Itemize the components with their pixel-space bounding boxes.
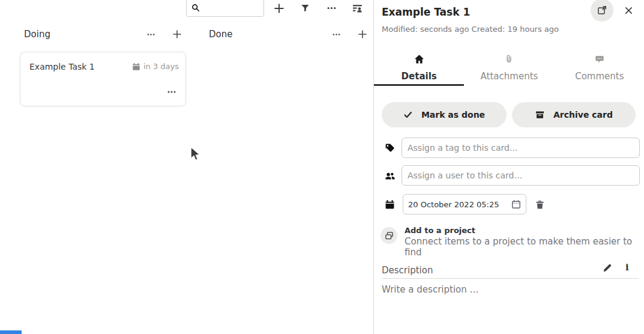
open-in-new-window-button[interactable] [591,0,613,22]
description-editor[interactable]: Write a description … [382,284,639,326]
paperclip-icon [505,53,513,64]
column-header-doing: Doing [20,27,186,41]
archive-icon [535,110,545,120]
column-title: Done [205,29,232,40]
description-divider [382,278,639,279]
card-actions: Mark as done Archive card [382,102,636,127]
task-card[interactable]: Example Task 1 in 3 days [20,52,186,106]
search-icon [191,4,200,12]
panel-title: Example Task 1 [382,6,470,18]
project-row-title: Add to a project [405,226,475,235]
close-panel-button[interactable] [622,4,634,16]
due-date-row: 20 October 2022 05:25 [374,194,644,214]
project-windows-icon [381,227,397,244]
users-icon [385,171,396,181]
tab-label: Attachments [481,71,538,82]
calendar-icon [132,62,140,71]
tab-label: Details [402,71,437,82]
external-link-icon [597,5,607,15]
column-add-card-button[interactable] [171,28,183,40]
tag-row [374,138,644,158]
panel-tabs: Details Attachments Comments [374,49,644,86]
filter-funnel-icon[interactable] [296,0,314,16]
card-due-date: in 3 days [132,62,179,71]
description-label: Description [382,265,433,276]
card-menu-dots-icon[interactable] [166,86,178,98]
comment-icon [595,53,604,64]
column-title: Doing [20,29,50,40]
search-box[interactable] [186,0,264,17]
card-title: Example Task 1 [29,62,95,71]
panel-modified-meta: Modified: seconds ago Created: 19 hours … [382,25,559,34]
calendar-icon [385,199,395,210]
assign-user-input[interactable] [402,165,640,186]
mouse-cursor [190,146,202,163]
open-calendar-button[interactable] [511,199,521,209]
checkmark-icon [403,110,413,120]
app-window: Doing Done Example Task 1 in [0,0,644,334]
tab-details[interactable]: Details [374,49,464,86]
close-icon [624,6,633,15]
project-row-subtitle: Connect items to a project to make them … [405,236,644,258]
task-detail-panel: Example Task 1 Modified: seconds ago Cre… [373,0,644,334]
user-row [374,165,644,186]
add-card-button[interactable] [270,0,288,16]
description-info-button[interactable]: i [625,262,629,273]
column-menu-dots-icon[interactable] [145,28,157,40]
column-add-card-button[interactable] [357,28,369,40]
column-header-done: Done [205,27,372,41]
mark-as-done-button[interactable]: Mark as done [382,102,507,127]
bottom-blue-strip [0,330,22,334]
due-date-field[interactable]: 20 October 2022 05:25 [403,194,526,214]
column-menu-dots-icon[interactable] [330,28,342,40]
list-user-icon[interactable] [348,0,366,16]
board-menu-dots-icon[interactable] [322,0,340,16]
tab-comments[interactable]: Comments [555,49,644,86]
archive-card-button[interactable]: Archive card [512,102,636,127]
pencil-icon [603,263,612,273]
tag-icon [385,143,395,153]
search-input[interactable] [203,4,261,13]
home-icon [414,53,424,64]
delete-due-date-button[interactable] [535,199,545,210]
tab-label: Comments [575,71,624,82]
due-date-value: 20 October 2022 05:25 [408,200,499,209]
edit-description-button[interactable] [603,263,612,273]
assign-tag-input[interactable] [402,138,640,158]
tab-attachments[interactable]: Attachments [464,49,554,86]
add-to-project-row[interactable]: Add to a project Connect items to a proj… [374,225,644,246]
